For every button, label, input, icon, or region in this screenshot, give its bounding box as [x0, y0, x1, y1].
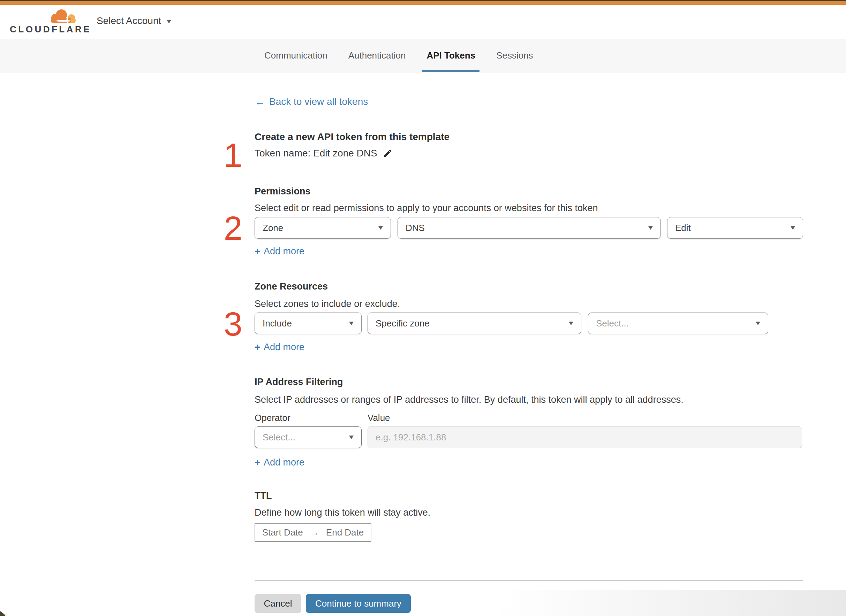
- back-to-tokens-link[interactable]: ← Back to view all tokens: [255, 96, 368, 107]
- tab-sessions[interactable]: Sessions: [492, 39, 537, 72]
- add-more-label: Add more: [263, 457, 305, 468]
- zone-resources-description: Select zones to include or exclude.: [255, 299, 400, 309]
- chevron-down-icon: ▼: [377, 224, 385, 231]
- zone-resources-heading: Zone Resources: [255, 281, 328, 292]
- chevron-down-icon: ▼: [348, 434, 355, 441]
- help-widget-corner-artifact: [0, 611, 6, 616]
- permissions-heading: Permissions: [255, 186, 311, 197]
- select-value: Zone: [263, 223, 283, 233]
- edit-pencil-icon[interactable]: [383, 148, 393, 158]
- account-selector[interactable]: Select Account ▼: [97, 15, 172, 26]
- ip-filtering-add-more-link[interactable]: + Add more: [255, 457, 305, 468]
- zone-type-select[interactable]: Specific zone ▼: [368, 312, 581, 334]
- plus-icon: +: [255, 342, 260, 352]
- permission-scope-select[interactable]: Zone ▼: [255, 217, 391, 239]
- chevron-down-icon: ▼: [567, 320, 575, 327]
- value-label: Value: [368, 412, 390, 423]
- plus-icon: +: [255, 246, 260, 257]
- page-title: Create a new API token from this templat…: [255, 131, 450, 142]
- zone-resources-row: Include ▼ Specific zone ▼ Select... ▼: [255, 312, 803, 334]
- token-name-row: Token name: Edit zone DNS: [255, 148, 393, 159]
- ip-filtering-heading: IP Address Filtering: [255, 377, 343, 387]
- token-name-text: Token name: Edit zone DNS: [255, 148, 377, 159]
- permissions-add-more-link[interactable]: + Add more: [255, 246, 305, 257]
- tab-communication[interactable]: Communication: [260, 39, 332, 72]
- step-annotation-2: 2: [209, 211, 242, 245]
- ttl-heading: TTL: [255, 491, 272, 502]
- step-annotation-1: 1: [209, 139, 242, 172]
- chevron-down-icon: ▼: [348, 320, 355, 327]
- ttl-date-range-picker[interactable]: Start Date → End Date: [255, 523, 371, 542]
- select-value: DNS: [406, 223, 425, 233]
- plus-icon: +: [255, 458, 260, 468]
- profile-tabbar: Communication Authentication API Tokens …: [0, 39, 846, 72]
- select-placeholder: Select...: [263, 432, 295, 443]
- cancel-button[interactable]: Cancel: [255, 594, 301, 613]
- step-annotation-3: 3: [209, 307, 242, 341]
- ttl-description: Define how long this token will stay act…: [255, 507, 430, 518]
- tab-authentication[interactable]: Authentication: [344, 39, 410, 72]
- permission-group-select[interactable]: DNS ▼: [397, 217, 661, 239]
- account-selector-label: Select Account: [97, 15, 161, 26]
- zone-resources-add-more-link[interactable]: + Add more: [255, 342, 305, 353]
- tab-api-tokens[interactable]: API Tokens: [422, 39, 480, 72]
- chevron-down-icon: ▼: [165, 18, 173, 25]
- ip-filtering-description: Select IP addresses or ranges of IP addr…: [255, 395, 684, 405]
- select-placeholder: Select...: [596, 318, 629, 329]
- token-template-form: ← Back to view all tokens Create a new A…: [255, 72, 803, 616]
- cloudflare-logo-text: CLOUDFLARE: [10, 24, 91, 35]
- add-more-label: Add more: [263, 342, 305, 353]
- permissions-row: Zone ▼ DNS ▼ Edit ▼: [255, 217, 803, 239]
- footer-divider: [255, 580, 803, 581]
- add-more-label: Add more: [263, 246, 305, 257]
- ip-filtering-row: Select... ▼: [255, 427, 803, 449]
- chevron-down-icon: ▼: [647, 224, 655, 231]
- app-header: CLOUDFLARE Select Account ▼: [0, 5, 846, 39]
- ip-value-input[interactable]: [368, 427, 802, 448]
- zone-picker-select[interactable]: Select... ▼: [588, 312, 768, 334]
- back-link-label: Back to view all tokens: [269, 96, 368, 107]
- select-value: Edit: [675, 223, 691, 233]
- select-value: Include: [263, 318, 292, 329]
- select-value: Specific zone: [375, 318, 430, 329]
- arrow-right-icon: →: [310, 527, 319, 538]
- arrow-left-icon: ←: [255, 97, 265, 107]
- end-date-label: End Date: [326, 527, 364, 538]
- continue-to-summary-button[interactable]: Continue to summary: [306, 594, 411, 613]
- permissions-description: Select edit or read permissions to apply…: [255, 203, 598, 214]
- ip-operator-select[interactable]: Select... ▼: [255, 427, 362, 448]
- brand-accent-bar: [0, 1, 846, 5]
- operator-label: Operator: [255, 412, 290, 423]
- start-date-label: Start Date: [262, 527, 303, 538]
- chevron-down-icon: ▼: [754, 320, 762, 327]
- cloudflare-logo[interactable]: CLOUDFLARE: [10, 7, 78, 37]
- zone-include-select[interactable]: Include ▼: [255, 312, 362, 334]
- chevron-down-icon: ▼: [789, 224, 797, 231]
- permission-level-select[interactable]: Edit ▼: [667, 217, 803, 239]
- cloudflare-cloud-icon: [44, 8, 78, 26]
